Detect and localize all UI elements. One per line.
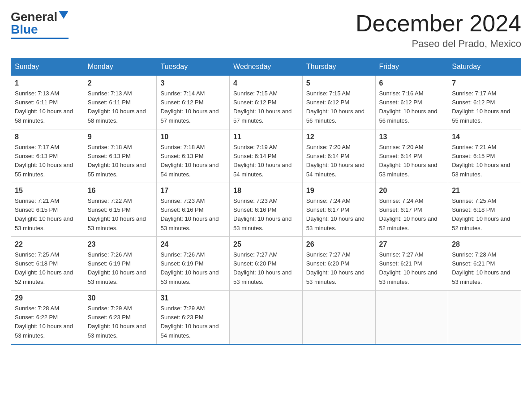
col-header-tuesday: Tuesday — [157, 58, 230, 76]
day-number: 16 — [88, 187, 153, 195]
calendar-cell: 21 Sunrise: 7:25 AMSunset: 6:18 PMDaylig… — [448, 183, 521, 237]
calendar-table: SundayMondayTuesdayWednesdayThursdayFrid… — [11, 58, 521, 345]
logo: General Blue — [11, 11, 69, 39]
day-info: Sunrise: 7:21 AMSunset: 6:15 PMDaylight:… — [452, 143, 517, 179]
col-header-monday: Monday — [84, 58, 157, 76]
calendar-cell: 12 Sunrise: 7:20 AMSunset: 6:14 PMDaylig… — [302, 129, 375, 183]
day-info: Sunrise: 7:26 AMSunset: 6:19 PMDaylight:… — [160, 250, 226, 287]
col-header-friday: Friday — [375, 58, 448, 76]
day-info: Sunrise: 7:24 AMSunset: 6:17 PMDaylight:… — [379, 197, 445, 233]
calendar-cell: 15 Sunrise: 7:21 AMSunset: 6:15 PMDaylig… — [11, 183, 84, 237]
calendar-cell: 3 Sunrise: 7:14 AMSunset: 6:12 PMDayligh… — [157, 76, 230, 129]
calendar-cell: 25 Sunrise: 7:27 AMSunset: 6:20 PMDaylig… — [230, 237, 303, 291]
calendar-cell: 29 Sunrise: 7:28 AMSunset: 6:22 PMDaylig… — [11, 291, 84, 344]
logo-triangle-icon — [59, 11, 69, 21]
calendar-cell — [230, 291, 303, 344]
calendar-cell: 27 Sunrise: 7:27 AMSunset: 6:21 PMDaylig… — [375, 237, 448, 291]
day-number: 22 — [15, 240, 80, 248]
logo-general-text: General — [11, 11, 57, 23]
day-info: Sunrise: 7:17 AMSunset: 6:13 PMDaylight:… — [15, 143, 80, 179]
logo-blue-text: Blue — [11, 23, 38, 36]
day-info: Sunrise: 7:19 AMSunset: 6:14 PMDaylight:… — [233, 143, 299, 179]
day-number: 3 — [160, 79, 226, 87]
day-info: Sunrise: 7:13 AMSunset: 6:11 PMDaylight:… — [88, 89, 153, 125]
calendar-cell: 14 Sunrise: 7:21 AMSunset: 6:15 PMDaylig… — [448, 129, 521, 183]
calendar-cell: 16 Sunrise: 7:22 AMSunset: 6:15 PMDaylig… — [84, 183, 157, 237]
calendar-cell: 8 Sunrise: 7:17 AMSunset: 6:13 PMDayligh… — [11, 129, 84, 183]
week-row-2: 8 Sunrise: 7:17 AMSunset: 6:13 PMDayligh… — [11, 129, 521, 183]
day-number: 8 — [15, 133, 80, 141]
day-number: 5 — [306, 79, 372, 87]
day-number: 14 — [452, 133, 517, 141]
day-number: 17 — [160, 187, 226, 195]
day-info: Sunrise: 7:23 AMSunset: 6:16 PMDaylight:… — [160, 197, 226, 233]
day-info: Sunrise: 7:18 AMSunset: 6:13 PMDaylight:… — [160, 143, 226, 179]
calendar-cell: 20 Sunrise: 7:24 AMSunset: 6:17 PMDaylig… — [375, 183, 448, 237]
day-info: Sunrise: 7:20 AMSunset: 6:14 PMDaylight:… — [306, 143, 372, 179]
day-number: 21 — [452, 187, 517, 195]
day-info: Sunrise: 7:26 AMSunset: 6:19 PMDaylight:… — [88, 250, 153, 287]
calendar-cell: 4 Sunrise: 7:15 AMSunset: 6:12 PMDayligh… — [230, 76, 303, 129]
day-number: 28 — [452, 240, 517, 248]
calendar-cell: 5 Sunrise: 7:15 AMSunset: 6:12 PMDayligh… — [302, 76, 375, 129]
day-number: 29 — [15, 294, 80, 302]
day-info: Sunrise: 7:22 AMSunset: 6:15 PMDaylight:… — [88, 197, 153, 233]
calendar-cell: 6 Sunrise: 7:16 AMSunset: 6:12 PMDayligh… — [375, 76, 448, 129]
calendar-cell: 28 Sunrise: 7:28 AMSunset: 6:21 PMDaylig… — [448, 237, 521, 291]
day-info: Sunrise: 7:23 AMSunset: 6:16 PMDaylight:… — [233, 197, 299, 233]
day-number: 2 — [88, 79, 153, 87]
day-number: 30 — [88, 294, 153, 302]
calendar-cell — [448, 291, 521, 344]
day-info: Sunrise: 7:20 AMSunset: 6:14 PMDaylight:… — [379, 143, 445, 179]
day-info: Sunrise: 7:25 AMSunset: 6:18 PMDaylight:… — [452, 197, 517, 233]
day-number: 1 — [15, 79, 80, 87]
calendar-cell: 23 Sunrise: 7:26 AMSunset: 6:19 PMDaylig… — [84, 237, 157, 291]
day-number: 12 — [306, 133, 372, 141]
day-number: 4 — [233, 79, 299, 87]
day-info: Sunrise: 7:27 AMSunset: 6:20 PMDaylight:… — [233, 250, 299, 287]
calendar-cell: 26 Sunrise: 7:27 AMSunset: 6:20 PMDaylig… — [302, 237, 375, 291]
day-info: Sunrise: 7:15 AMSunset: 6:12 PMDaylight:… — [233, 89, 299, 125]
day-info: Sunrise: 7:21 AMSunset: 6:15 PMDaylight:… — [15, 197, 80, 233]
calendar-cell: 7 Sunrise: 7:17 AMSunset: 6:12 PMDayligh… — [448, 76, 521, 129]
col-header-wednesday: Wednesday — [230, 58, 303, 76]
col-header-thursday: Thursday — [302, 58, 375, 76]
month-title: December 2024 — [356, 11, 521, 36]
day-number: 7 — [452, 79, 517, 87]
day-number: 31 — [160, 294, 226, 302]
calendar-cell: 9 Sunrise: 7:18 AMSunset: 6:13 PMDayligh… — [84, 129, 157, 183]
day-info: Sunrise: 7:27 AMSunset: 6:20 PMDaylight:… — [306, 250, 372, 287]
calendar-cell: 2 Sunrise: 7:13 AMSunset: 6:11 PMDayligh… — [84, 76, 157, 129]
day-number: 25 — [233, 240, 299, 248]
calendar-cell: 22 Sunrise: 7:25 AMSunset: 6:18 PMDaylig… — [11, 237, 84, 291]
day-info: Sunrise: 7:17 AMSunset: 6:12 PMDaylight:… — [452, 89, 517, 125]
day-number: 6 — [379, 79, 445, 87]
calendar-cell: 31 Sunrise: 7:29 AMSunset: 6:23 PMDaylig… — [157, 291, 230, 344]
week-row-3: 15 Sunrise: 7:21 AMSunset: 6:15 PMDaylig… — [11, 183, 521, 237]
day-number: 23 — [88, 240, 153, 248]
day-info: Sunrise: 7:28 AMSunset: 6:22 PMDaylight:… — [15, 304, 80, 340]
day-number: 26 — [306, 240, 372, 248]
col-header-saturday: Saturday — [448, 58, 521, 76]
day-number: 11 — [233, 133, 299, 141]
calendar-cell: 13 Sunrise: 7:20 AMSunset: 6:14 PMDaylig… — [375, 129, 448, 183]
day-number: 20 — [379, 187, 445, 195]
week-row-4: 22 Sunrise: 7:25 AMSunset: 6:18 PMDaylig… — [11, 237, 521, 291]
week-row-5: 29 Sunrise: 7:28 AMSunset: 6:22 PMDaylig… — [11, 291, 521, 344]
title-block: December 2024 Paseo del Prado, Mexico — [356, 11, 521, 50]
day-number: 27 — [379, 240, 445, 248]
day-info: Sunrise: 7:27 AMSunset: 6:21 PMDaylight:… — [379, 250, 445, 287]
day-info: Sunrise: 7:29 AMSunset: 6:23 PMDaylight:… — [160, 304, 226, 340]
page-header: General Blue December 2024 Paseo del Pra… — [11, 11, 521, 50]
week-row-1: 1 Sunrise: 7:13 AMSunset: 6:11 PMDayligh… — [11, 76, 521, 129]
calendar-cell — [302, 291, 375, 344]
calendar-cell: 17 Sunrise: 7:23 AMSunset: 6:16 PMDaylig… — [157, 183, 230, 237]
day-info: Sunrise: 7:13 AMSunset: 6:11 PMDaylight:… — [15, 89, 80, 125]
calendar-header-row: SundayMondayTuesdayWednesdayThursdayFrid… — [11, 58, 521, 76]
location-title: Paseo del Prado, Mexico — [356, 38, 521, 50]
calendar-cell: 18 Sunrise: 7:23 AMSunset: 6:16 PMDaylig… — [230, 183, 303, 237]
day-number: 19 — [306, 187, 372, 195]
day-info: Sunrise: 7:24 AMSunset: 6:17 PMDaylight:… — [306, 197, 372, 233]
col-header-sunday: Sunday — [11, 58, 84, 76]
day-number: 9 — [88, 133, 153, 141]
